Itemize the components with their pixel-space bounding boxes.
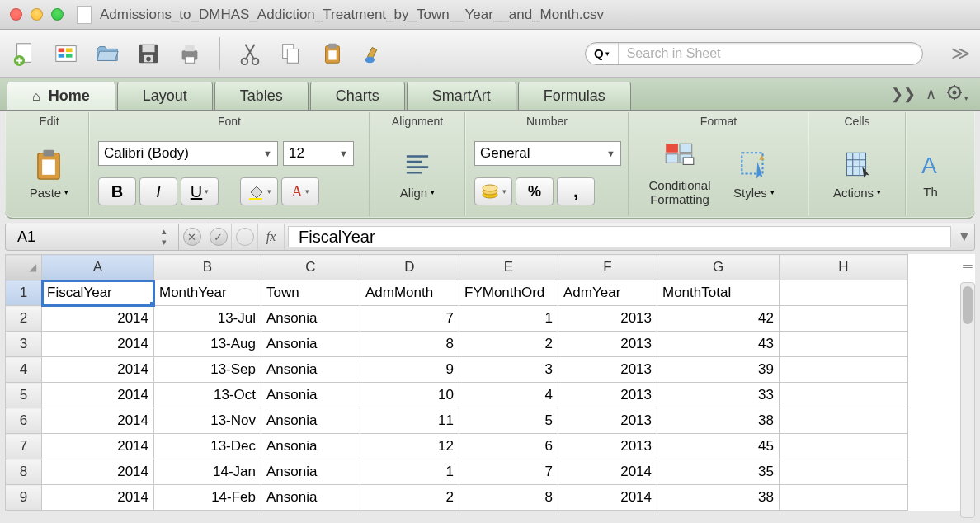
cell[interactable]: 2013 bbox=[558, 383, 657, 408]
font-name-combo[interactable]: Calibri (Body)▼ bbox=[98, 141, 278, 166]
cell[interactable] bbox=[780, 357, 908, 383]
cell[interactable]: 13-Sep bbox=[154, 357, 261, 383]
cell[interactable]: Town bbox=[261, 280, 360, 306]
cell[interactable] bbox=[780, 332, 908, 357]
save-button[interactable] bbox=[134, 39, 163, 68]
percent-button[interactable]: % bbox=[516, 177, 554, 205]
row-header-6[interactable]: 6 bbox=[6, 408, 42, 434]
cell[interactable]: 13-Dec bbox=[154, 434, 261, 459]
cell[interactable]: 2014 bbox=[42, 332, 154, 357]
underline-button[interactable]: U▾ bbox=[181, 177, 219, 205]
cell[interactable]: 7 bbox=[459, 459, 558, 485]
paste-button[interactable] bbox=[318, 39, 347, 68]
confirm-formula-button[interactable]: ✓ bbox=[205, 224, 232, 250]
cell[interactable]: 1 bbox=[360, 459, 459, 485]
tab-layout[interactable]: Layout bbox=[117, 82, 213, 110]
cell[interactable]: 2014 bbox=[42, 383, 154, 408]
cell[interactable]: 38 bbox=[657, 408, 780, 434]
cell[interactable]: Ansonia bbox=[261, 485, 360, 511]
actions-button[interactable]: Actions▾ bbox=[828, 144, 886, 203]
open-template-button[interactable] bbox=[51, 39, 81, 68]
themes-button[interactable]: A Th bbox=[915, 145, 939, 202]
new-file-button[interactable] bbox=[10, 39, 40, 68]
cell[interactable]: 38 bbox=[657, 485, 780, 511]
cell[interactable]: AdmYear bbox=[558, 280, 657, 306]
number-format-combo[interactable]: General▼ bbox=[474, 141, 621, 166]
cell[interactable]: 45 bbox=[657, 434, 780, 459]
cell[interactable]: Ansonia bbox=[261, 306, 360, 332]
column-header-C[interactable]: C bbox=[261, 255, 360, 280]
tab-home[interactable]: ⌂ Home bbox=[7, 82, 115, 110]
column-header-D[interactable]: D bbox=[360, 255, 459, 280]
formula-builder-button[interactable] bbox=[232, 224, 258, 250]
tab-tables[interactable]: Tables bbox=[214, 82, 309, 110]
cell[interactable]: 2014 bbox=[558, 485, 657, 511]
cancel-formula-button[interactable]: ✕ bbox=[179, 224, 205, 250]
cell[interactable]: Ansonia bbox=[261, 383, 360, 408]
cell[interactable]: 2014 bbox=[42, 306, 154, 332]
cell[interactable]: MonthTotal bbox=[657, 280, 780, 306]
cell[interactable]: Ansonia bbox=[261, 459, 360, 485]
cell[interactable]: 2013 bbox=[558, 434, 657, 459]
print-button[interactable] bbox=[175, 39, 205, 68]
styles-button[interactable]: Styles▾ bbox=[728, 144, 780, 203]
fx-button[interactable]: fx bbox=[258, 224, 285, 250]
cell[interactable]: 13-Aug bbox=[154, 332, 261, 357]
cell[interactable]: 7 bbox=[360, 306, 459, 332]
cell[interactable]: 5 bbox=[459, 408, 558, 434]
cell[interactable] bbox=[780, 459, 908, 485]
vertical-scrollbar[interactable] bbox=[960, 282, 975, 518]
cell[interactable]: 2 bbox=[360, 485, 459, 511]
tab-formulas[interactable]: Formulas bbox=[518, 82, 631, 110]
bold-button[interactable]: B bbox=[98, 177, 136, 205]
comma-button[interactable]: , bbox=[557, 177, 595, 205]
zoom-window-button[interactable] bbox=[51, 8, 64, 21]
conditional-formatting-button[interactable]: Conditional Formatting bbox=[638, 137, 722, 210]
cell[interactable]: 8 bbox=[360, 332, 459, 357]
cell[interactable] bbox=[780, 434, 908, 459]
cell[interactable] bbox=[780, 383, 908, 408]
cell[interactable]: 2014 bbox=[42, 434, 154, 459]
cell[interactable]: 14-Feb bbox=[154, 485, 261, 511]
cell[interactable]: 2014 bbox=[42, 459, 154, 485]
column-header-E[interactable]: E bbox=[459, 255, 558, 280]
paste-ribbon-button[interactable]: Paste▾ bbox=[25, 144, 73, 203]
search-input[interactable] bbox=[619, 46, 922, 61]
cell[interactable]: 10 bbox=[360, 383, 459, 408]
toolbar-overflow-button[interactable]: ≫ bbox=[951, 43, 970, 64]
cell[interactable]: 8 bbox=[459, 485, 558, 511]
row-header-2[interactable]: 2 bbox=[6, 306, 42, 332]
cell[interactable]: 9 bbox=[360, 357, 459, 383]
cell[interactable]: 11 bbox=[360, 408, 459, 434]
cell[interactable]: 4 bbox=[459, 383, 558, 408]
row-header-1[interactable]: 1 bbox=[6, 280, 42, 306]
fill-color-button[interactable]: ▾ bbox=[240, 177, 278, 205]
cell[interactable]: 2014 bbox=[42, 357, 154, 383]
row-header-4[interactable]: 4 bbox=[6, 357, 42, 383]
cell[interactable]: 2013 bbox=[558, 306, 657, 332]
cell[interactable] bbox=[780, 280, 908, 306]
minimize-window-button[interactable] bbox=[31, 8, 43, 21]
cell[interactable]: 2014 bbox=[42, 408, 154, 434]
format-painter-button[interactable] bbox=[359, 39, 389, 68]
cell[interactable]: Ansonia bbox=[261, 332, 360, 357]
currency-button[interactable]: ▾ bbox=[474, 177, 512, 205]
cell[interactable]: 2013 bbox=[558, 332, 657, 357]
column-header-A[interactable]: A bbox=[42, 255, 154, 280]
column-header-F[interactable]: F bbox=[558, 255, 657, 280]
select-all-corner[interactable]: ◢ bbox=[6, 255, 42, 280]
cut-button[interactable] bbox=[235, 39, 265, 68]
cell[interactable]: FYMonthOrd bbox=[459, 280, 558, 306]
open-file-button[interactable] bbox=[92, 39, 122, 68]
cell[interactable]: 13-Oct bbox=[154, 383, 261, 408]
cell[interactable]: 42 bbox=[657, 306, 780, 332]
cell[interactable]: 2013 bbox=[558, 357, 657, 383]
align-button[interactable]: Align▾ bbox=[395, 144, 440, 203]
column-header-G[interactable]: G bbox=[657, 255, 780, 280]
font-size-combo[interactable]: 12▼ bbox=[283, 141, 354, 166]
row-header-7[interactable]: 7 bbox=[6, 434, 42, 459]
cell[interactable]: Ansonia bbox=[261, 434, 360, 459]
copy-button[interactable] bbox=[276, 39, 306, 68]
formula-expand-button[interactable]: ▼ bbox=[954, 229, 974, 244]
column-header-H[interactable]: H bbox=[780, 255, 908, 280]
